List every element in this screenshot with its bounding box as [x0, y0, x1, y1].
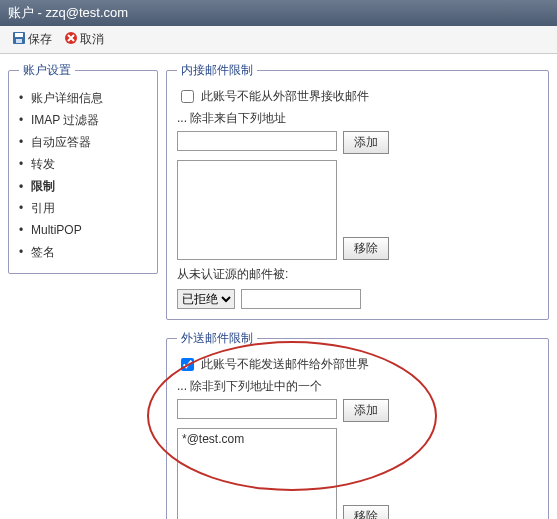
outgoing-restrict-checkbox[interactable]: [181, 358, 194, 371]
outgoing-fieldset: 外送邮件限制 此账号不能发送邮件给外部世界 ... 除非到下列地址中的一个 添加…: [166, 330, 549, 519]
sidebar-legend: 账户设置: [19, 62, 75, 79]
save-label: 保存: [28, 31, 52, 48]
sidebar-item[interactable]: 转发: [19, 153, 147, 175]
toolbar: 保存 取消: [0, 26, 557, 54]
incoming-except-label: ... 除非来自下列地址: [177, 110, 538, 127]
incoming-remove-button[interactable]: 移除: [343, 237, 389, 260]
svg-rect-1: [15, 33, 23, 37]
sidebar-item[interactable]: 自动应答器: [19, 131, 147, 153]
sidebar-item[interactable]: MultiPOP: [19, 219, 147, 241]
cancel-icon: [64, 31, 78, 48]
incoming-fieldset: 内接邮件限制 此账号不能从外部世界接收邮件 ... 除非来自下列地址 添加 移除…: [166, 62, 549, 320]
outgoing-remove-button[interactable]: 移除: [343, 505, 389, 519]
outgoing-restrict-label: 此账号不能发送邮件给外部世界: [201, 356, 369, 373]
incoming-unauth-select[interactable]: 已拒绝: [177, 289, 235, 309]
incoming-address-list[interactable]: [177, 160, 337, 260]
save-icon: [12, 31, 26, 48]
outgoing-legend: 外送邮件限制: [177, 330, 257, 347]
sidebar: 账户设置 账户详细信息IMAP 过滤器自动应答器转发限制引用MultiPOP签名: [8, 62, 158, 274]
sidebar-item[interactable]: 引用: [19, 197, 147, 219]
incoming-restrict-label: 此账号不能从外部世界接收邮件: [201, 88, 369, 105]
cancel-button[interactable]: 取消: [60, 29, 108, 50]
sidebar-item[interactable]: 限制: [19, 175, 147, 197]
cancel-label: 取消: [80, 31, 104, 48]
outgoing-add-button[interactable]: 添加: [343, 399, 389, 422]
sidebar-list: 账户详细信息IMAP 过滤器自动应答器转发限制引用MultiPOP签名: [19, 87, 147, 263]
svg-rect-2: [16, 39, 22, 43]
outgoing-address-input[interactable]: [177, 399, 337, 419]
sidebar-item[interactable]: 签名: [19, 241, 147, 263]
list-item[interactable]: *@test.com: [180, 431, 334, 447]
incoming-add-button[interactable]: 添加: [343, 131, 389, 154]
outgoing-address-list[interactable]: *@test.com: [177, 428, 337, 519]
window-title: 账户 - zzq@test.com: [0, 0, 557, 26]
incoming-legend: 内接邮件限制: [177, 62, 257, 79]
outgoing-except-label: ... 除非到下列地址中的一个: [177, 378, 538, 395]
save-button[interactable]: 保存: [8, 29, 56, 50]
incoming-address-input[interactable]: [177, 131, 337, 151]
incoming-unauth-label: 从未认证源的邮件被:: [177, 266, 538, 283]
sidebar-item[interactable]: IMAP 过滤器: [19, 109, 147, 131]
sidebar-item[interactable]: 账户详细信息: [19, 87, 147, 109]
incoming-restrict-checkbox[interactable]: [181, 90, 194, 103]
incoming-unauth-extra-input[interactable]: [241, 289, 361, 309]
